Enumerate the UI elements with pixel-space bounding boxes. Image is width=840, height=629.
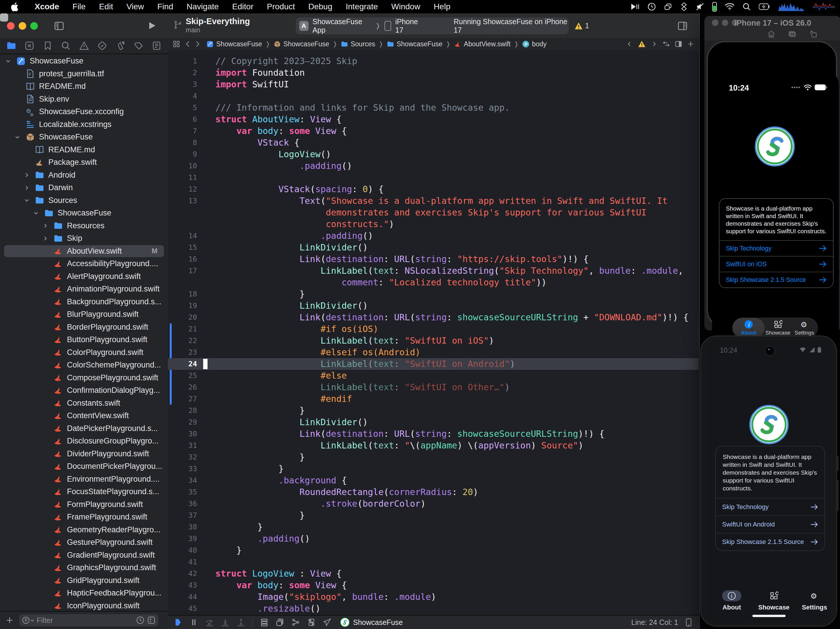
tree-item-showcasefuse[interactable]: ShowcaseFuse (0, 207, 168, 220)
menu-item-navigate[interactable]: Navigate (180, 0, 226, 13)
tree-item-datepickerplayground-s[interactable]: DatePickerPlayground.s... (0, 422, 168, 435)
ios-tab-about[interactable]: iAbout (733, 318, 764, 338)
forward-icon[interactable] (194, 40, 201, 48)
tree-item-frameplayground-swift[interactable]: FramePlayground.swift (0, 511, 168, 523)
tree-item-readme-md[interactable]: README.md (0, 80, 168, 93)
disclosure-closed-icon[interactable] (43, 223, 48, 229)
breadcrumb-sources[interactable]: Sources (341, 40, 375, 48)
tree-item-darwin[interactable]: Darwin (0, 182, 168, 194)
tree-item-colorschemeplayground[interactable]: ColorSchemePlayground... (0, 359, 168, 371)
mute-icon[interactable] (694, 2, 706, 12)
previous-issue-icon[interactable] (626, 40, 633, 48)
stage-manager-icon[interactable] (678, 2, 690, 12)
tree-item-showcasefuse-xcconfig[interactable]: ⚙⚙ShowcaseFuse.xcconfig (0, 106, 168, 118)
filter-input[interactable]: Filter (19, 614, 158, 626)
destination-name[interactable]: iPhone 17 (395, 17, 426, 34)
disclosure-open-icon[interactable] (14, 134, 21, 140)
breadcrumb-showcasefuse[interactable]: ShowcaseFuse (273, 40, 329, 48)
menu-item-find[interactable]: Find (151, 0, 180, 13)
stop-button[interactable] (0, 13, 8, 22)
navigator-tab-bookmark[interactable] (43, 41, 53, 51)
source-control-filter-icon[interactable] (147, 616, 155, 624)
android-link-swiftui-on-android[interactable]: SwiftUI on Android (716, 515, 824, 533)
tree-item-documentpickerplaygrou[interactable]: DocumentPickerPlaygrou... (0, 460, 168, 473)
simulator-title-bar[interactable]: iPhone 17 – iOS 26.0 (704, 16, 840, 41)
scheme-name[interactable]: ShowcaseFuse App (313, 17, 372, 34)
layers-icon[interactable] (276, 618, 284, 627)
disclosure-open-icon[interactable] (33, 210, 39, 216)
wifi-icon[interactable] (723, 2, 736, 12)
tree-item-iconplayground-swift[interactable]: IconPlayground.swift (0, 600, 168, 612)
ios-tab-settings[interactable]: ⚙Settings (791, 320, 818, 336)
breadcrumb-showcasefuse[interactable]: ShowcaseFuse (387, 40, 442, 48)
breadcrumb-body[interactable]: Pbody (522, 40, 546, 48)
device-icon[interactable] (685, 618, 693, 627)
tree-item-buttonplayground-swift[interactable]: ButtonPlayground.swift (0, 333, 168, 346)
ios-link-skip-technology[interactable]: Skip Technology (720, 240, 833, 256)
navigator-tab-reports[interactable] (152, 41, 161, 51)
tree-item-constants-swift[interactable]: Constants.swift (0, 397, 168, 410)
editor-options-icon[interactable] (675, 40, 682, 48)
breadcrumb-showcasefuse[interactable]: ShowcaseFuse (206, 40, 262, 48)
menu-item-product[interactable]: Product (260, 0, 302, 13)
network-graph-icon[interactable] (810, 2, 837, 12)
scheme-destination-bar[interactable]: A ShowcaseFuse App ❭ iPhone 17 Running S… (296, 17, 569, 34)
toolbar-warning-badge[interactable]: 1 (575, 22, 589, 30)
tree-item-accessibilityplayground[interactable]: AccessibilityPlayground.... (0, 258, 168, 270)
issue-badge[interactable] (638, 41, 646, 47)
media-play-pause-icon[interactable] (629, 2, 641, 12)
inspector-toggle-icon[interactable] (677, 21, 687, 30)
window-minimize-button[interactable] (19, 22, 26, 30)
file-tree[interactable]: ShowcaseFuseFprotest_guerrilla.ttfREADME… (0, 55, 168, 629)
memory-graph-icon[interactable] (291, 618, 300, 627)
tree-item-gradientplayground-swift[interactable]: GradientPlayground.swift (0, 549, 168, 562)
tree-item-contentview-swift[interactable]: ContentView.swift (0, 409, 168, 422)
navigator-tab-find[interactable] (61, 41, 71, 51)
tree-item-gestureplayground-swift[interactable]: GesturePlayground.swift (0, 536, 168, 549)
tree-item-resources[interactable]: Resources (0, 220, 168, 232)
menu-item-edit[interactable]: Edit (92, 0, 120, 13)
tree-item-android[interactable]: Android (0, 169, 168, 182)
android-home-indicator[interactable] (752, 615, 786, 617)
tree-item-animationplayground-swift[interactable]: AnimationPlayground.swift (0, 283, 168, 296)
power-icon[interactable] (757, 2, 772, 12)
tree-item-graphicsplayground-swift[interactable]: GraphicsPlayground.swift (0, 561, 168, 574)
cpu-graph-icon[interactable] (776, 2, 806, 12)
tree-item-environmentplayground[interactable]: EnvironmentPlayground.... (0, 473, 168, 486)
tree-item-backgroundplayground-s[interactable]: BackgroundPlayground.s... (0, 296, 168, 308)
android-tab-showcase[interactable]: Showcase (758, 590, 789, 611)
tree-item-skip[interactable]: Skip (0, 232, 168, 245)
android-link-skip-showcase-2-1-5-source[interactable]: Skip Showcase 2.1.5 Source (716, 533, 824, 550)
running-app-indicator[interactable]: ShowcaseFuse (340, 618, 403, 627)
navigator-tab-issues[interactable] (79, 41, 89, 51)
tree-item-blurplayground-swift[interactable]: BlurPlayground.swift (0, 308, 168, 321)
menu-item-window[interactable]: Window (384, 0, 427, 13)
ios-tab-showcase[interactable]: Showcase (764, 320, 791, 336)
tree-item-localizable-xcstrings[interactable]: Localizable.xcstrings (0, 118, 168, 131)
sim-home-icon[interactable] (767, 30, 775, 38)
tree-item-borderplayground-swift[interactable]: BorderPlayground.swift (0, 321, 168, 334)
disclosure-closed-icon[interactable] (24, 185, 30, 191)
disclosure-closed-icon[interactable] (43, 235, 48, 242)
time-machine-icon[interactable] (646, 2, 658, 12)
code-area[interactable]: 1// Copyright 2023–2025 Skip2import Foun… (168, 50, 699, 616)
menu-item-view[interactable]: View (120, 0, 150, 13)
add-editor-icon[interactable] (687, 40, 695, 48)
tree-item-focusstateplayground-s[interactable]: FocusStatePlayground.s... (0, 485, 168, 498)
spotlight-icon[interactable] (741, 2, 753, 12)
ios-link-swiftui-on-ios[interactable]: SwiftUI on iOS (720, 256, 833, 272)
tree-item-protest-guerrilla-ttf[interactable]: Fprotest_guerrilla.ttf (0, 68, 168, 81)
pause-icon[interactable] (189, 618, 198, 627)
menu-item-editor[interactable]: Editor (226, 0, 260, 13)
tree-item-readme-md[interactable]: README.md (0, 144, 168, 156)
tree-item-confirmationdialogplayg[interactable]: ConfirmationDialogPlayg... (0, 384, 168, 397)
tree-item-sources[interactable]: Sources (0, 194, 168, 207)
related-items-icon[interactable] (173, 40, 180, 48)
android-tab-about[interactable]: About (722, 590, 741, 611)
simulate-location-icon[interactable] (323, 618, 332, 627)
add-file-button[interactable] (5, 616, 14, 624)
tree-item-gridplayground-swift[interactable]: GridPlayground.swift (0, 574, 168, 587)
tree-item-skip-env[interactable]: Skip.env (0, 93, 168, 106)
tree-item-dividerplayground-swift[interactable]: DividerPlayground.swift (0, 447, 168, 460)
navigator-tab-debug-gauge[interactable] (115, 41, 125, 51)
